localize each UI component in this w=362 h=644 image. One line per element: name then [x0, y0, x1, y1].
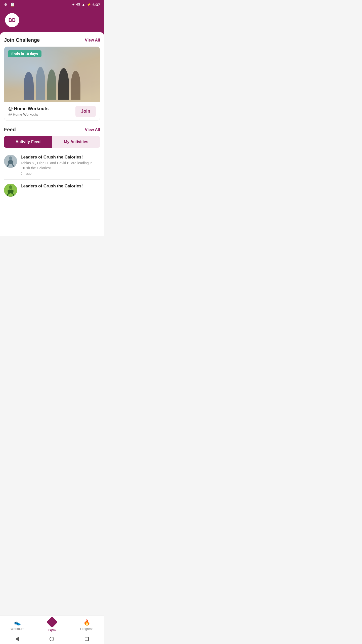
feed-item: Leaders of Crush the Calories! Tobias S.… — [4, 151, 100, 180]
ends-badge: Ends in 10 days — [8, 50, 41, 57]
clock: 6:37 — [93, 3, 100, 7]
feed-header: Feed View All — [4, 127, 100, 133]
feed-avatar-2 — [4, 184, 17, 197]
user-avatar[interactable]: BB — [5, 13, 19, 27]
join-challenge-view-all[interactable]: View All — [85, 38, 100, 43]
outdoor-avatar-image — [4, 184, 17, 197]
settings-icon: ⚙ — [4, 3, 7, 7]
bluetooth-icon: ✦ — [72, 3, 75, 7]
header: BB — [0, 9, 104, 35]
tab-activity-feed[interactable]: Activity Feed — [4, 136, 52, 148]
signal-indicator: 4G — [76, 3, 80, 6]
join-challenge-header: Join Challenge View All — [4, 37, 100, 43]
feed-item-2: Leaders of Crush the Calories! — [4, 180, 100, 201]
yoga-avatar-image — [4, 155, 17, 168]
status-icons-left: ⚙ 📋 — [4, 3, 15, 7]
join-button[interactable]: Join — [75, 106, 96, 117]
feed-content-2: Leaders of Crush the Calories! — [21, 184, 83, 190]
feed-title: Feed — [4, 127, 16, 133]
svg-point-1 — [9, 156, 12, 160]
clipboard-icon: 📋 — [10, 3, 15, 7]
feed-view-all[interactable]: View All — [85, 128, 100, 132]
status-icons-right: ✦ 4G ▲ ⚡ 6:37 — [72, 3, 100, 7]
feed-item-time-1: 0m ago — [21, 172, 100, 175]
status-bar: ⚙ 📋 ✦ 4G ▲ ⚡ 6:37 — [0, 0, 104, 9]
feed-content-1: Leaders of Crush the Calories! Tobias S.… — [21, 155, 100, 175]
challenge-info: @ Home Workouts @ Home Workouts Join — [4, 102, 100, 120]
battery-icon: ⚡ — [87, 3, 91, 7]
join-challenge-title: Join Challenge — [4, 37, 40, 43]
feed-avatar-1 — [4, 155, 17, 168]
challenge-image: Ends in 10 days — [4, 47, 100, 102]
tab-my-activities[interactable]: My Activities — [52, 136, 100, 148]
feed-item-title-2: Leaders of Crush the Calories! — [21, 184, 83, 189]
signal-bars-icon: ▲ — [82, 3, 85, 7]
svg-point-3 — [9, 185, 12, 189]
challenge-subtitle: @ Home Workouts — [8, 112, 49, 116]
feed-item-desc-1: Tobias S., Olga O. and David B. are lead… — [21, 161, 100, 171]
feed-tabs: Activity Feed My Activities — [4, 136, 100, 148]
challenge-name: @ Home Workouts — [8, 106, 49, 111]
feed-item-title-1: Leaders of Crush the Calories! — [21, 155, 100, 160]
main-content: Join Challenge View All Ends in 10 days … — [0, 32, 104, 236]
challenge-card: Ends in 10 days @ Home Workouts @ Home W… — [4, 47, 100, 121]
challenge-text: @ Home Workouts @ Home Workouts — [8, 106, 49, 116]
feed-section: Feed View All Activity Feed My Activitie… — [4, 127, 100, 201]
